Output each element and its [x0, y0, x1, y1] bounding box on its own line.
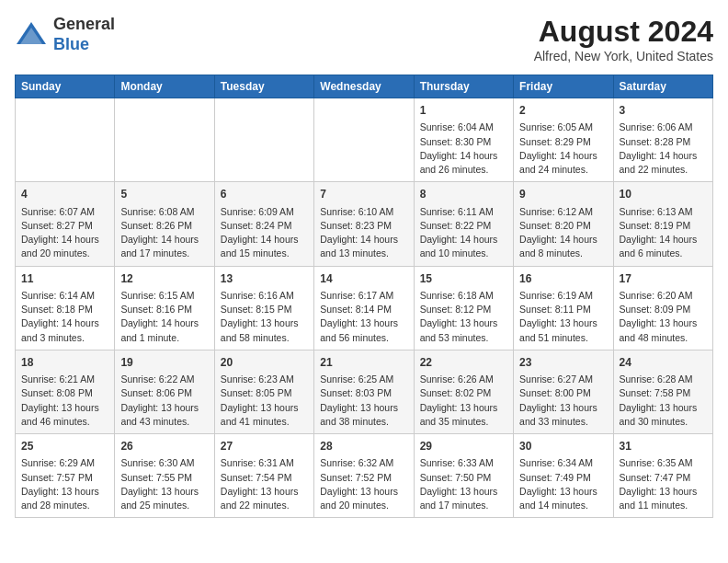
day-info: Daylight: 13 hours	[620, 485, 707, 499]
day-info: Sunrise: 6:17 AM	[320, 289, 407, 303]
logo-icon	[15, 18, 48, 52]
day-info: Daylight: 14 hours	[420, 149, 507, 163]
day-number: 27	[221, 439, 308, 454]
calendar-cell	[314, 98, 414, 182]
calendar-body: 1Sunrise: 6:04 AMSunset: 8:30 PMDaylight…	[16, 98, 713, 518]
day-info: Sunrise: 6:32 AM	[320, 456, 407, 470]
day-info: Daylight: 14 hours	[519, 149, 607, 163]
day-info: Daylight: 13 hours	[519, 485, 607, 499]
day-info: and 53 minutes.	[420, 331, 507, 345]
day-info: Daylight: 13 hours	[320, 485, 407, 499]
day-number: 4	[21, 187, 108, 202]
day-info: and 10 minutes.	[420, 247, 507, 260]
calendar-cell	[214, 98, 313, 182]
day-info: Sunset: 8:15 PM	[221, 303, 308, 316]
day-number: 18	[21, 355, 108, 371]
day-info: and 20 minutes.	[21, 247, 108, 260]
calendar-cell: 27Sunrise: 6:31 AMSunset: 7:54 PMDayligh…	[214, 434, 313, 518]
day-info: Sunrise: 6:28 AM	[620, 373, 707, 386]
day-number: 5	[120, 187, 208, 202]
calendar-cell: 5Sunrise: 6:08 AMSunset: 8:26 PMDaylight…	[115, 182, 214, 266]
calendar-cell: 3Sunrise: 6:06 AMSunset: 8:28 PMDaylight…	[613, 98, 712, 182]
day-number: 11	[21, 271, 108, 287]
day-info: Sunrise: 6:34 AM	[519, 456, 607, 470]
day-info: Sunset: 8:19 PM	[620, 219, 707, 233]
calendar-cell: 16Sunrise: 6:19 AMSunset: 8:11 PMDayligh…	[514, 266, 613, 350]
header-cell-monday: Monday	[115, 75, 214, 98]
day-info: Sunrise: 6:27 AM	[519, 373, 607, 386]
week-row-5: 25Sunrise: 6:29 AMSunset: 7:57 PMDayligh…	[16, 434, 713, 518]
day-info: Sunrise: 6:14 AM	[21, 289, 108, 303]
day-number: 6	[221, 187, 308, 202]
day-info: and 56 minutes.	[320, 331, 407, 345]
calendar-cell: 24Sunrise: 6:28 AMSunset: 7:58 PMDayligh…	[613, 350, 712, 433]
day-info: Sunrise: 6:12 AM	[519, 205, 607, 219]
day-info: and 30 minutes.	[620, 415, 707, 429]
day-info: Sunset: 8:05 PM	[221, 386, 308, 400]
day-info: Sunrise: 6:29 AM	[21, 456, 108, 470]
day-info: Sunrise: 6:09 AM	[221, 205, 308, 219]
day-info: and 8 minutes.	[519, 247, 607, 260]
day-info: and 17 minutes.	[420, 499, 507, 512]
day-info: and 3 minutes.	[21, 331, 108, 345]
day-info: Sunset: 7:58 PM	[620, 386, 707, 400]
day-number: 22	[420, 355, 507, 371]
day-info: Sunrise: 6:18 AM	[420, 289, 507, 303]
day-info: and 1 minute.	[120, 331, 208, 345]
day-info: Sunrise: 6:11 AM	[420, 205, 507, 219]
day-number: 17	[620, 271, 707, 287]
day-info: Sunrise: 6:20 AM	[620, 289, 707, 303]
day-info: Sunset: 8:02 PM	[420, 386, 507, 400]
day-number: 3	[620, 103, 707, 119]
day-number: 21	[320, 355, 407, 371]
day-info: Sunset: 8:26 PM	[120, 219, 208, 233]
day-number: 16	[519, 271, 607, 287]
calendar-cell: 13Sunrise: 6:16 AMSunset: 8:15 PMDayligh…	[214, 266, 313, 350]
day-info: Daylight: 14 hours	[221, 233, 308, 247]
day-info: and 22 minutes.	[620, 163, 707, 177]
day-info: Sunset: 7:49 PM	[519, 471, 607, 485]
calendar-cell	[115, 98, 214, 182]
day-number: 29	[420, 439, 507, 454]
day-info: Sunset: 7:52 PM	[320, 471, 407, 485]
header-cell-tuesday: Tuesday	[214, 75, 313, 98]
day-number: 31	[620, 439, 707, 454]
day-info: Sunset: 8:06 PM	[120, 386, 208, 400]
day-info: Daylight: 13 hours	[420, 316, 507, 330]
calendar-cell: 8Sunrise: 6:11 AMSunset: 8:22 PMDaylight…	[414, 182, 513, 266]
day-info: Daylight: 13 hours	[320, 401, 407, 415]
day-info: Daylight: 13 hours	[21, 401, 108, 415]
day-info: and 6 minutes.	[620, 247, 707, 260]
day-info: and 28 minutes.	[21, 499, 108, 512]
day-info: Daylight: 13 hours	[320, 316, 407, 330]
day-number: 30	[519, 439, 607, 454]
day-info: Daylight: 13 hours	[21, 485, 108, 499]
day-info: and 26 minutes.	[420, 163, 507, 177]
calendar-cell: 21Sunrise: 6:25 AMSunset: 8:03 PMDayligh…	[314, 350, 414, 433]
day-info: Sunset: 8:24 PM	[221, 219, 308, 233]
day-info: Sunset: 8:14 PM	[320, 303, 407, 316]
day-number: 15	[420, 271, 507, 287]
day-info: and 14 minutes.	[519, 499, 607, 512]
day-info: Sunset: 7:47 PM	[620, 471, 707, 485]
day-number: 28	[320, 439, 407, 454]
day-info: Daylight: 14 hours	[620, 149, 707, 163]
day-number: 23	[519, 355, 607, 371]
day-info: Daylight: 13 hours	[620, 401, 707, 415]
day-info: Daylight: 14 hours	[120, 316, 208, 330]
day-info: Daylight: 13 hours	[120, 401, 208, 415]
day-info: Sunset: 8:28 PM	[620, 135, 707, 149]
calendar-cell: 23Sunrise: 6:27 AMSunset: 8:00 PMDayligh…	[514, 350, 613, 433]
day-info: Daylight: 13 hours	[420, 485, 507, 499]
logo-general: General	[53, 15, 115, 33]
day-info: Sunset: 8:16 PM	[120, 303, 208, 316]
calendar-table: SundayMondayTuesdayWednesdayThursdayFrid…	[15, 75, 713, 518]
day-info: Daylight: 14 hours	[120, 233, 208, 247]
header-cell-saturday: Saturday	[613, 75, 712, 98]
day-info: and 11 minutes.	[620, 499, 707, 512]
day-info: Daylight: 14 hours	[519, 233, 607, 247]
day-info: and 43 minutes.	[120, 415, 208, 429]
day-info: Sunrise: 6:26 AM	[420, 373, 507, 386]
day-info: Daylight: 13 hours	[519, 316, 607, 330]
day-info: Sunrise: 6:35 AM	[620, 456, 707, 470]
